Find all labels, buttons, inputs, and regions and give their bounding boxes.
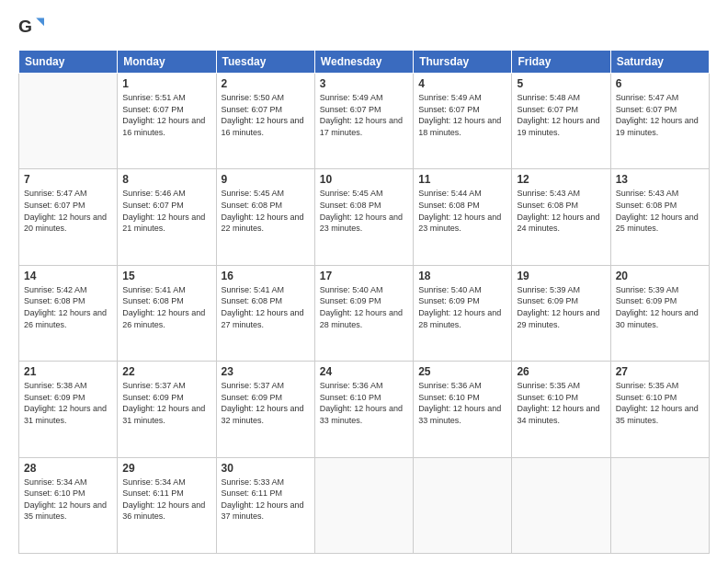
day-cell: 19Sunrise: 5:39 AMSunset: 6:09 PMDayligh… <box>512 265 610 361</box>
day-info: Sunrise: 5:48 AMSunset: 6:07 PMDaylight:… <box>517 92 605 138</box>
day-number: 20 <box>616 270 704 282</box>
header-cell-monday: Monday <box>118 51 216 74</box>
day-info: Sunrise: 5:37 AMSunset: 6:09 PMDaylight:… <box>222 380 310 426</box>
week-row-3: 14Sunrise: 5:42 AMSunset: 6:08 PMDayligh… <box>19 265 710 361</box>
day-info: Sunrise: 5:47 AMSunset: 6:07 PMDaylight:… <box>616 92 704 138</box>
logo-icon: G <box>18 15 44 40</box>
day-info: Sunrise: 5:35 AMSunset: 6:10 PMDaylight:… <box>517 380 605 426</box>
day-cell: 10Sunrise: 5:45 AMSunset: 6:08 PMDayligh… <box>314 169 413 265</box>
day-number: 11 <box>418 173 506 186</box>
day-cell: 9Sunrise: 5:45 AMSunset: 6:08 PMDaylight… <box>216 169 314 265</box>
day-number: 17 <box>320 270 408 282</box>
day-cell: 4Sunrise: 5:49 AMSunset: 6:07 PMDaylight… <box>414 74 512 169</box>
day-info: Sunrise: 5:49 AMSunset: 6:07 PMDaylight:… <box>418 92 506 138</box>
day-info: Sunrise: 5:42 AMSunset: 6:08 PMDaylight:… <box>24 284 112 330</box>
day-cell: 1Sunrise: 5:51 AMSunset: 6:07 PMDaylight… <box>118 74 216 169</box>
day-cell: 11Sunrise: 5:44 AMSunset: 6:08 PMDayligh… <box>414 169 512 265</box>
day-info: Sunrise: 5:34 AMSunset: 6:11 PMDaylight:… <box>122 477 210 523</box>
day-info: Sunrise: 5:33 AMSunset: 6:11 PMDaylight:… <box>222 477 310 523</box>
day-cell: 30Sunrise: 5:33 AMSunset: 6:11 PMDayligh… <box>216 457 314 553</box>
day-info: Sunrise: 5:35 AMSunset: 6:10 PMDaylight:… <box>616 380 704 426</box>
day-info: Sunrise: 5:39 AMSunset: 6:09 PMDaylight:… <box>616 284 704 330</box>
day-info: Sunrise: 5:44 AMSunset: 6:08 PMDaylight:… <box>418 188 506 234</box>
day-info: Sunrise: 5:50 AMSunset: 6:07 PMDaylight:… <box>222 92 310 138</box>
day-cell: 2Sunrise: 5:50 AMSunset: 6:07 PMDaylight… <box>216 74 314 169</box>
day-number: 5 <box>517 77 605 90</box>
day-cell: 26Sunrise: 5:35 AMSunset: 6:10 PMDayligh… <box>512 362 610 457</box>
day-number: 3 <box>320 77 408 90</box>
header-cell-saturday: Saturday <box>610 51 709 74</box>
day-cell: 28Sunrise: 5:34 AMSunset: 6:10 PMDayligh… <box>19 457 118 553</box>
day-number: 25 <box>418 365 506 378</box>
day-info: Sunrise: 5:41 AMSunset: 6:08 PMDaylight:… <box>222 284 310 330</box>
day-info: Sunrise: 5:51 AMSunset: 6:07 PMDaylight:… <box>122 92 210 138</box>
page: G SundayMondayTuesdayWednesdayThursdayFr… <box>0 0 728 563</box>
day-info: Sunrise: 5:47 AMSunset: 6:07 PMDaylight:… <box>24 188 112 234</box>
day-number: 19 <box>517 270 605 282</box>
day-cell: 5Sunrise: 5:48 AMSunset: 6:07 PMDaylight… <box>512 74 610 169</box>
day-cell: 17Sunrise: 5:40 AMSunset: 6:09 PMDayligh… <box>314 265 413 361</box>
day-info: Sunrise: 5:40 AMSunset: 6:09 PMDaylight:… <box>418 284 506 330</box>
day-cell: 25Sunrise: 5:36 AMSunset: 6:10 PMDayligh… <box>414 362 512 457</box>
week-row-1: 1Sunrise: 5:51 AMSunset: 6:07 PMDaylight… <box>19 74 710 169</box>
day-cell: 7Sunrise: 5:47 AMSunset: 6:07 PMDaylight… <box>19 169 118 265</box>
svg-text:G: G <box>18 17 32 36</box>
day-info: Sunrise: 5:49 AMSunset: 6:07 PMDaylight:… <box>320 92 408 138</box>
day-cell <box>414 457 512 553</box>
header-cell-tuesday: Tuesday <box>216 51 314 74</box>
day-number: 27 <box>616 365 704 378</box>
day-info: Sunrise: 5:40 AMSunset: 6:09 PMDaylight:… <box>320 284 408 330</box>
day-info: Sunrise: 5:41 AMSunset: 6:08 PMDaylight:… <box>122 284 210 330</box>
day-number: 18 <box>418 270 506 282</box>
day-number: 9 <box>222 173 310 186</box>
day-info: Sunrise: 5:37 AMSunset: 6:09 PMDaylight:… <box>122 380 210 426</box>
day-number: 23 <box>222 365 310 378</box>
day-number: 6 <box>616 77 704 90</box>
day-number: 29 <box>122 462 210 475</box>
day-number: 30 <box>222 462 310 475</box>
day-info: Sunrise: 5:43 AMSunset: 6:08 PMDaylight:… <box>616 188 704 234</box>
calendar-table: SundayMondayTuesdayWednesdayThursdayFrid… <box>18 50 710 554</box>
svg-marker-1 <box>36 18 44 27</box>
day-info: Sunrise: 5:43 AMSunset: 6:08 PMDaylight:… <box>517 188 605 234</box>
week-row-4: 21Sunrise: 5:38 AMSunset: 6:09 PMDayligh… <box>19 362 710 457</box>
day-number: 8 <box>122 173 210 186</box>
header-cell-thursday: Thursday <box>414 51 512 74</box>
logo: G <box>18 15 48 40</box>
day-number: 16 <box>222 270 310 282</box>
day-number: 2 <box>222 77 310 90</box>
day-cell: 24Sunrise: 5:36 AMSunset: 6:10 PMDayligh… <box>314 362 413 457</box>
day-number: 26 <box>517 365 605 378</box>
header-cell-sunday: Sunday <box>19 51 118 74</box>
day-cell: 12Sunrise: 5:43 AMSunset: 6:08 PMDayligh… <box>512 169 610 265</box>
day-cell: 14Sunrise: 5:42 AMSunset: 6:08 PMDayligh… <box>19 265 118 361</box>
day-info: Sunrise: 5:45 AMSunset: 6:08 PMDaylight:… <box>222 188 310 234</box>
day-number: 7 <box>24 173 112 186</box>
day-cell: 18Sunrise: 5:40 AMSunset: 6:09 PMDayligh… <box>414 265 512 361</box>
header-cell-friday: Friday <box>512 51 610 74</box>
day-number: 13 <box>616 173 704 186</box>
day-cell: 3Sunrise: 5:49 AMSunset: 6:07 PMDaylight… <box>314 74 413 169</box>
day-info: Sunrise: 5:46 AMSunset: 6:07 PMDaylight:… <box>122 188 210 234</box>
day-cell <box>314 457 413 553</box>
day-cell <box>610 457 709 553</box>
day-cell <box>512 457 610 553</box>
day-cell: 21Sunrise: 5:38 AMSunset: 6:09 PMDayligh… <box>19 362 118 457</box>
day-cell: 15Sunrise: 5:41 AMSunset: 6:08 PMDayligh… <box>118 265 216 361</box>
day-number: 22 <box>122 365 210 378</box>
day-number: 14 <box>24 270 112 282</box>
day-number: 28 <box>24 462 112 475</box>
day-number: 10 <box>320 173 408 186</box>
day-number: 4 <box>418 77 506 90</box>
day-info: Sunrise: 5:36 AMSunset: 6:10 PMDaylight:… <box>320 380 408 426</box>
week-row-2: 7Sunrise: 5:47 AMSunset: 6:07 PMDaylight… <box>19 169 710 265</box>
day-cell: 13Sunrise: 5:43 AMSunset: 6:08 PMDayligh… <box>610 169 709 265</box>
week-row-5: 28Sunrise: 5:34 AMSunset: 6:10 PMDayligh… <box>19 457 710 553</box>
day-info: Sunrise: 5:39 AMSunset: 6:09 PMDaylight:… <box>517 284 605 330</box>
day-cell: 6Sunrise: 5:47 AMSunset: 6:07 PMDaylight… <box>610 74 709 169</box>
day-info: Sunrise: 5:38 AMSunset: 6:09 PMDaylight:… <box>24 380 112 426</box>
day-cell: 8Sunrise: 5:46 AMSunset: 6:07 PMDaylight… <box>118 169 216 265</box>
day-number: 12 <box>517 173 605 186</box>
day-number: 21 <box>24 365 112 378</box>
day-number: 1 <box>122 77 210 90</box>
